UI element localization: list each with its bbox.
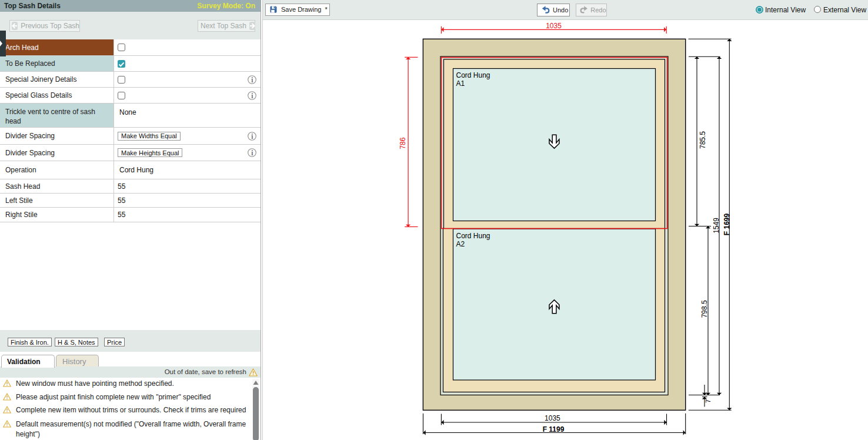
svg-text:F 1199: F 1199 [543,425,565,434]
svg-text:Cord Hung: Cord Hung [456,71,490,79]
svg-text:1035: 1035 [546,22,562,30]
svg-text:Cord Hung: Cord Hung [456,232,490,240]
svg-text:798.5: 798.5 [700,300,709,318]
svg-text:786: 786 [399,137,407,149]
svg-text:7: 7 [705,399,712,403]
svg-text:A2: A2 [456,240,465,248]
svg-text:1549: 1549 [712,218,720,234]
svg-text:785.5: 785.5 [699,131,707,149]
svg-text:A1: A1 [456,79,465,88]
svg-text:1035: 1035 [545,414,560,422]
svg-text:F 1699: F 1699 [723,213,731,235]
